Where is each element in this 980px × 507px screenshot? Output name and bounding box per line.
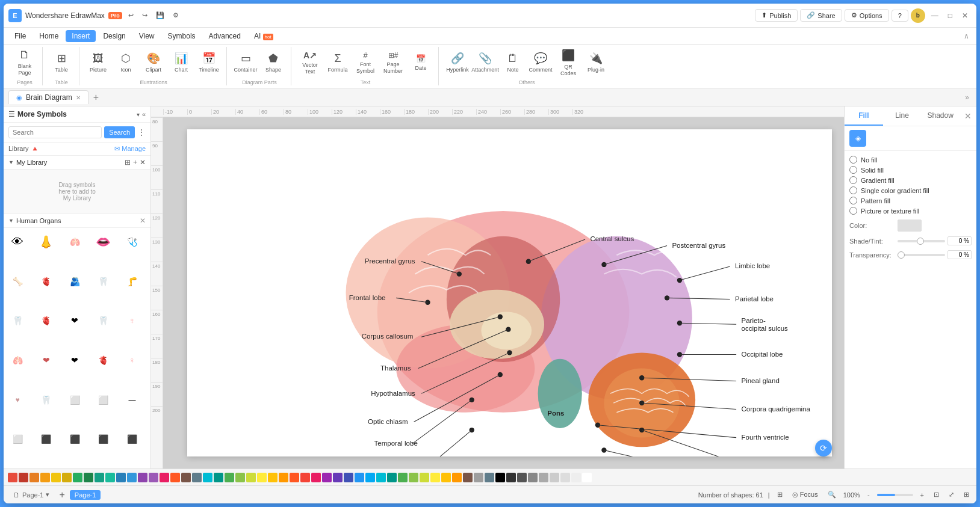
ml-copy-btn[interactable]: ⊞ (125, 158, 131, 167)
panel-collapse-btn[interactable]: « (142, 111, 146, 118)
options-button[interactable]: ⚙ Options (845, 9, 889, 22)
shape-button[interactable]: ⬟ Shape (259, 47, 287, 78)
symbol-item-6[interactable]: 🦴 (6, 270, 29, 293)
font-symbol-button[interactable]: # FontSymbol (352, 47, 379, 78)
search-input[interactable] (8, 126, 102, 138)
symbol-item-26[interactable]: ⬜ (6, 428, 29, 450)
palette-color-swatch[interactable] (560, 473, 570, 482)
symbol-item-25[interactable]: — (120, 389, 143, 411)
symbol-item-21[interactable]: ♥ (6, 389, 29, 411)
attachment-button[interactable]: 📎 Attachment (471, 47, 499, 78)
redo-button[interactable]: ↪ (140, 10, 150, 20)
palette-color-swatch[interactable] (463, 473, 473, 482)
symbol-nose[interactable]: 👃 (35, 230, 58, 253)
tab-fill[interactable]: Fill (845, 106, 883, 126)
palette-color-swatch[interactable] (127, 473, 137, 482)
date-button[interactable]: 📅 Date (407, 47, 435, 78)
tab-close-icon[interactable]: ✕ (76, 94, 81, 101)
palette-color-swatch[interactable] (116, 473, 126, 482)
symbols-arrow[interactable]: ▾ (137, 111, 140, 118)
palette-color-swatch[interactable] (539, 473, 548, 482)
palette-color-swatch[interactable] (420, 473, 429, 482)
palette-color-swatch[interactable] (279, 473, 288, 482)
menu-symbols[interactable]: Symbols (162, 30, 202, 42)
palette-color-swatch[interactable] (311, 473, 321, 482)
plugin-button[interactable]: 🔌 Plug-in (582, 47, 610, 78)
symbol-item-20[interactable]: ♀ (120, 349, 143, 372)
timeline-button[interactable]: 📅 Timeline (195, 47, 223, 78)
qr-codes-button[interactable]: ⬛ QRCodes (554, 47, 582, 78)
fit-screen-btn[interactable]: ⊡ (931, 490, 941, 500)
page-tab-active[interactable]: Page-1 (70, 490, 101, 500)
fill-option-gradient[interactable]: Gradient fill (849, 176, 972, 184)
fill-option-none[interactable]: No fill (849, 156, 972, 164)
ml-close-btn[interactable]: ✕ (140, 158, 146, 167)
palette-color-swatch[interactable] (160, 473, 169, 482)
fill-single-gradient-radio[interactable] (849, 186, 857, 194)
add-page-button[interactable]: + (59, 490, 64, 500)
add-tab-button[interactable]: + (90, 91, 102, 104)
transparency-slider[interactable] (898, 254, 945, 256)
manage-button[interactable]: ✉ Manage (114, 145, 146, 153)
human-organs-close[interactable]: ✕ (140, 217, 146, 225)
symbol-item-22[interactable]: 🦷 (35, 389, 58, 411)
menu-insert[interactable]: Insert (66, 30, 96, 42)
symbol-item-13[interactable]: ❤ (63, 309, 86, 332)
panel-collapse-right[interactable]: » (963, 91, 972, 104)
vector-text-button[interactable]: A↗ VectorText (296, 47, 324, 78)
note-button[interactable]: 🗒 Note (499, 47, 527, 78)
palette-color-swatch[interactable] (105, 473, 115, 482)
formula-button[interactable]: Σ Formula (324, 47, 352, 78)
palette-color-swatch[interactable] (355, 473, 364, 482)
minimize-button[interactable]: — (928, 10, 942, 21)
menu-home[interactable]: Home (33, 30, 64, 42)
transparency-value[interactable] (947, 250, 972, 259)
container-button[interactable]: ▭ Container (232, 47, 259, 78)
symbol-item-30[interactable]: ⬛ (120, 428, 143, 450)
palette-color-swatch[interactable] (322, 473, 332, 482)
table-button[interactable]: ⊞ Table (48, 47, 75, 78)
comment-button[interactable]: 💬 Comment (527, 47, 554, 78)
search-button[interactable]: Search (104, 126, 135, 138)
palette-color-swatch[interactable] (571, 473, 581, 482)
symbol-item-10[interactable]: 🦵 (120, 270, 143, 293)
help-button[interactable]: ? (892, 10, 908, 22)
symbol-item-5[interactable]: 🩺 (120, 230, 143, 253)
toolbar-collapse-btn[interactable]: ∧ (961, 29, 972, 43)
fill-solid-radio[interactable] (849, 166, 857, 174)
palette-color-swatch[interactable] (300, 473, 310, 482)
shade-slider-thumb[interactable] (917, 238, 924, 245)
palette-color-swatch[interactable] (398, 473, 408, 482)
palette-color-swatch[interactable] (170, 473, 180, 482)
canvas-scroll-btn[interactable]: ⟳ (815, 440, 832, 456)
fill-option-solid[interactable]: Solid fill (849, 166, 972, 174)
palette-color-swatch[interactable] (149, 473, 158, 482)
icon-button[interactable]: ⬡ Icon (112, 47, 140, 78)
palette-color-swatch[interactable] (387, 473, 397, 482)
hyperlink-button[interactable]: 🔗 Hyperlink (444, 47, 471, 78)
symbol-item-3[interactable]: 🫁 (63, 230, 86, 253)
symbol-item-8[interactable]: 🫂 (63, 270, 86, 293)
fill-none-radio[interactable] (849, 156, 857, 164)
palette-color-swatch[interactable] (51, 473, 61, 482)
user-avatar[interactable]: b (911, 8, 925, 23)
canvas[interactable]: Central sulcus Postcentral gyrus Precent… (163, 117, 844, 469)
menu-view[interactable]: View (133, 30, 161, 42)
symbol-eye[interactable]: 👁 (6, 230, 29, 253)
palette-color-swatch[interactable] (192, 473, 202, 482)
right-panel-close[interactable]: ✕ (960, 108, 976, 124)
palette-color-swatch[interactable] (495, 473, 505, 482)
palette-color-swatch[interactable] (225, 473, 234, 482)
palette-color-swatch[interactable] (138, 473, 147, 482)
symbol-item-18[interactable]: ❤ (63, 349, 86, 372)
search-filter-btn[interactable]: ⋮ (137, 126, 146, 138)
palette-color-swatch[interactable] (203, 473, 212, 482)
symbol-item-16[interactable]: 🫁 (6, 349, 29, 372)
tab-brain-diagram[interactable]: ◉ Brain Diagram ✕ (8, 90, 88, 104)
zoom-in-plus[interactable]: + (918, 490, 926, 500)
palette-color-swatch[interactable] (268, 473, 278, 482)
color-swatch[interactable] (898, 220, 922, 232)
menu-advanced[interactable]: Advanced (203, 30, 247, 42)
palette-color-swatch[interactable] (409, 473, 418, 482)
palette-color-swatch[interactable] (181, 473, 191, 482)
